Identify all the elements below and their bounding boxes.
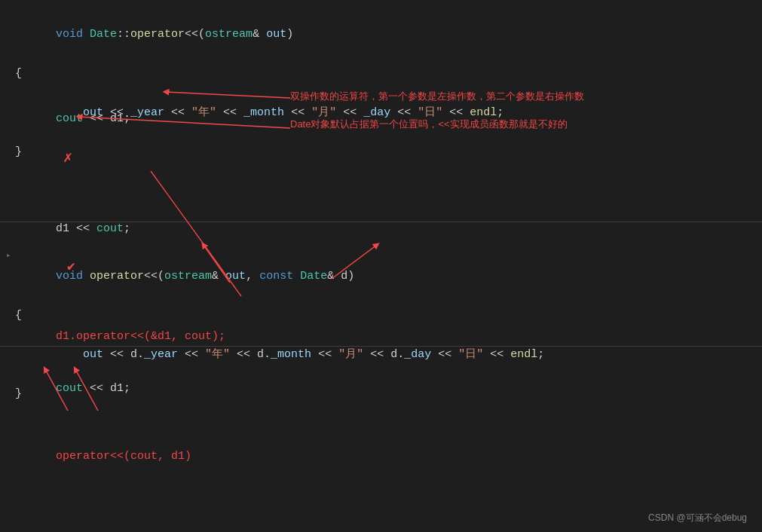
code-line-2: { xyxy=(0,63,762,84)
annotation-2: Date对象默认占据第一个位置吗，<<实现成员函数那就是不好的 xyxy=(290,117,754,133)
section-divider xyxy=(0,222,762,222)
annotation-1: 双操作数的运算符，第一个参数是左操作数，第二个参数是右操作数 xyxy=(290,89,754,105)
bottom-divider xyxy=(0,346,762,347)
bottom-code-section: cout << d1; operator<<(cout, d1) xyxy=(0,353,762,485)
bottom-cout-line: cout << d1; xyxy=(0,360,762,417)
bottom-code-line-2: { xyxy=(0,305,762,326)
bottom-code-line-1: ▸ void operator<<(ostream& out, const Da… xyxy=(0,230,762,305)
code-line-1: void Date::operator<<(ostream& out) xyxy=(0,6,762,63)
bottom-operator-line: operator<<(cout, d1) xyxy=(0,428,762,485)
watermark: CSDN @可涵不会debug xyxy=(648,512,747,524)
cout-line: cout << d1; ✗ xyxy=(0,90,762,190)
main-container: void Date::operator<<(ostream& out) { ou… xyxy=(0,0,762,532)
